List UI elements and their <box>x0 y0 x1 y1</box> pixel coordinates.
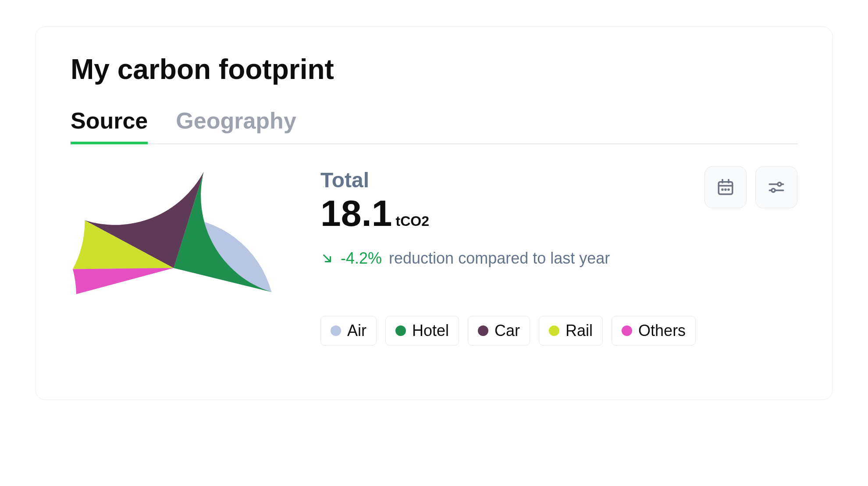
legend-dot-icon <box>395 325 406 336</box>
content-row: Total 18.1 tCO2 -4.2% reduction compared… <box>71 166 797 369</box>
calendar-button[interactable] <box>704 166 747 208</box>
legend-label: Rail <box>566 322 593 340</box>
svg-point-6 <box>728 189 729 190</box>
legend-item-air[interactable]: Air <box>320 316 377 346</box>
tab-source[interactable]: Source <box>71 107 148 144</box>
legend-label: Others <box>638 322 686 340</box>
tab-geography[interactable]: Geography <box>176 107 296 144</box>
svg-point-5 <box>725 189 726 190</box>
legend-label: Car <box>494 322 520 340</box>
tab-bar: Source Geography <box>71 107 797 144</box>
action-buttons <box>704 166 797 208</box>
legend-dot-icon <box>331 325 341 336</box>
legend-label: Air <box>347 322 366 340</box>
legend: AirHotelCarRailOthers <box>320 316 797 346</box>
pie-slice-others[interactable] <box>73 268 174 294</box>
total-number: 18.1 <box>320 195 392 232</box>
legend-item-rail[interactable]: Rail <box>539 316 603 346</box>
legend-item-hotel[interactable]: Hotel <box>385 316 459 346</box>
pie-chart <box>73 167 274 369</box>
legend-dot-icon <box>478 325 488 336</box>
svg-point-4 <box>722 189 723 190</box>
legend-item-car[interactable]: Car <box>468 316 530 346</box>
svg-rect-0 <box>719 182 733 194</box>
change-row: -4.2% reduction compared to last year <box>320 249 797 268</box>
legend-dot-icon <box>622 325 632 336</box>
legend-label: Hotel <box>412 322 449 340</box>
summary-panel: Total 18.1 tCO2 -4.2% reduction compared… <box>320 166 797 346</box>
svg-point-10 <box>772 189 775 192</box>
svg-point-8 <box>778 182 781 186</box>
pie-chart-container <box>71 166 277 369</box>
filter-button[interactable] <box>755 166 797 208</box>
sliders-icon <box>767 178 786 197</box>
change-description: reduction compared to last year <box>389 249 610 268</box>
arrow-down-right-icon <box>320 252 334 265</box>
svg-line-11 <box>324 255 331 262</box>
legend-dot-icon <box>549 325 559 336</box>
page-title: My carbon footprint <box>71 53 797 86</box>
change-percent: -4.2% <box>341 249 382 268</box>
total-unit: tCO2 <box>396 213 429 229</box>
legend-item-others[interactable]: Others <box>612 316 696 346</box>
carbon-footprint-card: My carbon footprint Source Geography <box>35 26 833 400</box>
calendar-icon <box>716 178 735 197</box>
